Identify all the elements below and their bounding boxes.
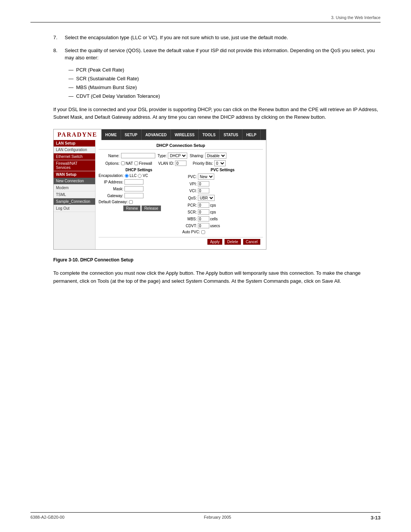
nav-setup[interactable]: SETUP [121, 129, 142, 140]
page-header: 3. Using the Web Interface [30, 15, 381, 22]
figure-caption-text: Figure 3-10. DHCP Connection Setup [53, 257, 133, 263]
release-button[interactable]: Release [142, 205, 161, 211]
nav-tools[interactable]: TOOLS [199, 129, 220, 140]
two-col-section: DHCP Settings Encapsulation: LLC VC [99, 168, 263, 236]
nav-home[interactable]: HOME [102, 129, 121, 140]
chapter-title: 3. Using the Web Interface [331, 15, 381, 20]
gateway-input[interactable] [124, 193, 143, 198]
sidebar-item-logout[interactable]: Log Out [54, 205, 95, 212]
llc-radio[interactable] [125, 174, 129, 178]
nat-checkbox-label[interactable]: NAT [121, 161, 133, 166]
vci-label: VCI: [182, 189, 197, 193]
renew-button[interactable]: Renew [123, 205, 140, 211]
scr-unit: cps [210, 210, 216, 214]
cdvt-unit: usecs [210, 224, 220, 228]
qos-select[interactable]: UBR [198, 195, 215, 201]
bullet-pcr: — PCR (Peak Cell Rate) [68, 67, 381, 73]
qos-label: QoS: [182, 196, 197, 200]
step-7: 7. Select the encapsulation type (LLC or… [53, 34, 381, 41]
footer-left: 6388-A2-GB20-00 [30, 515, 64, 521]
renew-release-row: Renew Release [99, 205, 179, 211]
vci-input[interactable] [198, 188, 209, 193]
bullet-mbs: — MBS (Maximum Burst Size) [68, 84, 381, 90]
apply-button[interactable]: Apply [207, 239, 222, 245]
scr-row: SCR: cps [182, 209, 263, 215]
mask-label: Mask: [99, 187, 123, 191]
bullet-list: — PCR (Peak Cell Rate) — SCR (Sustainabl… [53, 67, 381, 99]
encap-label: Encapsulation: [99, 174, 124, 178]
paragraph-dhcp: If your DSL line is connected and your D… [53, 106, 381, 122]
step-8: 8. Select the quality of service (QOS). … [53, 47, 381, 62]
mbs-input[interactable] [198, 216, 209, 221]
vpi-row: VPI: [182, 181, 263, 186]
firewall-checkbox-label[interactable]: Firewall [134, 161, 152, 166]
bullet-cdvt: — CDVT (Cell Delay Variation Tolerance) [68, 93, 381, 99]
sidebar-item-modem[interactable]: Modem [54, 185, 95, 191]
sidebar-item-lan-config[interactable]: LAN Configuration [54, 147, 95, 153]
firewall-checkbox[interactable] [134, 161, 138, 165]
sharing-label: Sharing: [190, 154, 204, 158]
router-body: LAN Setup LAN Configuration Ethernet Swi… [54, 140, 266, 249]
sidebar-item-sample-connection[interactable]: Sample_Connection [54, 198, 95, 205]
sidebar-item-firewall[interactable]: Firewall/NAT Services [54, 160, 95, 171]
vlan-input[interactable] [175, 161, 186, 166]
bottom-buttons: Apply Delete Cancel [99, 237, 263, 246]
mask-row: Mask: [99, 186, 179, 191]
sidebar-item-tsml[interactable]: TSML [54, 191, 95, 198]
priority-select[interactable]: 0 [214, 160, 226, 166]
bullet-scr: — SCR (Sustainable Cell Rate) [68, 76, 381, 81]
dhcp-settings-title: DHCP Settings [99, 168, 179, 172]
pvc-settings-col: PVC Settings PVC: New VPI: [182, 168, 263, 236]
ip-row: IP Address: [99, 179, 179, 185]
router-sidebar: LAN Setup LAN Configuration Ethernet Swi… [54, 140, 96, 249]
footer-center: February 2005 [204, 515, 231, 521]
pvc-row: PVC: New [182, 174, 263, 180]
sidebar-item-new-connection[interactable]: New Connection [54, 178, 95, 185]
sharing-select[interactable]: Disable [205, 153, 226, 159]
mbs-row: MBS: cells [182, 216, 263, 221]
mbs-unit: cells [210, 217, 218, 221]
gateway-label: Gateway: [99, 194, 123, 198]
dhcp-settings-col: DHCP Settings Encapsulation: LLC VC [99, 168, 179, 236]
auto-pvc-row: Auto PVC: [182, 230, 263, 234]
vci-row: VCI: [182, 188, 263, 193]
vpi-label: VPI: [182, 182, 197, 186]
default-gw-label: Default Gateway: [99, 200, 128, 204]
content-title: DHCP Connection Setup [99, 143, 263, 150]
delete-button[interactable]: Delete [225, 239, 241, 245]
vc-radio[interactable] [138, 174, 142, 178]
cdvt-label: CDVT: [182, 224, 197, 228]
router-main-content: DHCP Connection Setup Name: Type: DHCP S… [96, 140, 266, 249]
vpi-input[interactable] [198, 181, 209, 186]
ip-label: IP Address: [99, 180, 123, 184]
cdvt-input[interactable] [198, 223, 209, 228]
type-label: Type: [158, 154, 167, 158]
router-logo: PARADYNE [54, 129, 102, 140]
auto-pvc-checkbox[interactable] [201, 230, 205, 234]
router-ui-screenshot: PARADYNE HOME SETUP ADVANCED WIRELESS TO… [53, 129, 266, 250]
mask-input[interactable] [124, 186, 143, 191]
nav-help[interactable]: HELP [242, 129, 261, 140]
default-gw-checkbox[interactable] [129, 200, 133, 204]
pcr-row: PCR: cps [182, 202, 263, 208]
nav-advanced[interactable]: ADVANCED [142, 129, 171, 140]
pcr-unit: cps [210, 203, 216, 207]
auto-pvc-label: Auto PVC: [182, 230, 200, 234]
nat-checkbox[interactable] [121, 161, 125, 165]
sidebar-item-ethernet-switch[interactable]: Ethernet Switch [54, 153, 95, 160]
pvc-settings-title: PVC Settings [182, 168, 263, 172]
name-input[interactable] [121, 153, 155, 158]
page-footer: 6388-A2-GB20-00 February 2005 3-13 [30, 512, 381, 521]
scr-input[interactable] [198, 209, 209, 215]
ip-input[interactable] [124, 179, 143, 185]
nav-wireless[interactable]: WIRELESS [171, 129, 199, 140]
encap-radio-group: LLC VC [125, 174, 148, 178]
type-select[interactable]: DHCP [168, 153, 187, 159]
qos-row: QoS: UBR [182, 195, 263, 201]
pcr-input[interactable] [198, 202, 209, 208]
gateway-row: Gateway: [99, 193, 179, 198]
nav-status[interactable]: STATUS [220, 129, 242, 140]
pvc-select[interactable]: New [198, 174, 214, 180]
default-gw-row: Default Gateway: [99, 200, 179, 204]
cancel-button[interactable]: Cancel [243, 239, 260, 245]
